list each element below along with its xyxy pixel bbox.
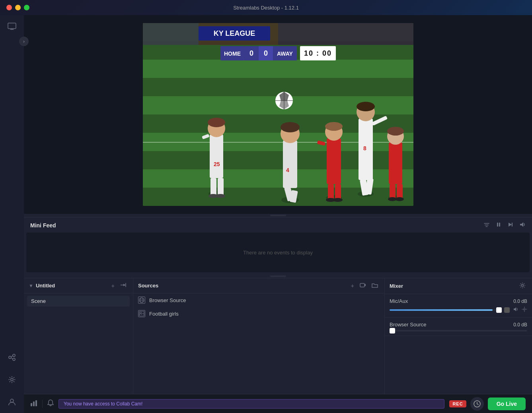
svg-rect-85 — [499, 223, 500, 227]
svg-point-63 — [387, 127, 404, 136]
svg-rect-20 — [143, 23, 199, 45]
svg-point-101 — [524, 308, 525, 310]
svg-point-1 — [9, 356, 11, 359]
svg-marker-86 — [509, 223, 512, 227]
titlebar: Streamlabs Desktop - 1.12.1 — [0, 0, 532, 15]
svg-rect-103 — [33, 401, 35, 406]
svg-marker-88 — [520, 222, 523, 227]
scenes-transition-button[interactable] — [119, 281, 128, 290]
statusbar-clock-button[interactable] — [470, 397, 484, 411]
mixer-micaux-config-button[interactable] — [522, 306, 527, 313]
sidebar-expand-button[interactable]: › — [19, 37, 29, 46]
svg-rect-84 — [497, 223, 498, 227]
preview-resize-handle[interactable] — [24, 214, 532, 217]
scenes-add-button[interactable]: + — [110, 282, 116, 290]
mixer-micaux-db: 0.0 dB — [513, 299, 527, 304]
svg-rect-32 — [210, 178, 216, 196]
svg-rect-27 — [210, 134, 223, 178]
svg-text:KY LEAGUE: KY LEAGUE — [213, 29, 255, 37]
sources-folder-button[interactable] — [370, 281, 380, 290]
mixer-micaux-label: Mic/Aux — [390, 298, 408, 304]
bottom-resize-handle[interactable] — [24, 275, 532, 278]
mini-feed-next-button[interactable] — [507, 221, 514, 229]
mixer-panel: Mixer Mic/Aux 0.0 dB — [385, 278, 532, 394]
window-controls[interactable] — [6, 5, 29, 10]
mixer-settings-button[interactable] — [518, 281, 527, 291]
mixer-micaux-fill — [390, 309, 493, 311]
mini-feed-title: Mini Feed — [30, 222, 56, 229]
sidebar: › — [0, 15, 24, 413]
svg-rect-18 — [143, 188, 413, 206]
go-live-button[interactable]: Go Live — [488, 397, 526, 410]
svg-rect-33 — [218, 178, 224, 196]
mini-feed-filter-button[interactable] — [483, 221, 490, 229]
mixer-micaux-controls — [504, 306, 527, 313]
sources-title: Sources — [138, 283, 347, 289]
svg-rect-48 — [328, 184, 334, 200]
sources-panel: Sources + — [133, 278, 385, 394]
mixer-micaux-settings-button[interactable] — [504, 307, 510, 313]
svg-line-5 — [11, 358, 13, 359]
sidebar-icon-profile[interactable] — [5, 395, 19, 409]
mixer-browser-thumb[interactable] — [390, 328, 395, 334]
sources-header: Sources + — [133, 278, 384, 293]
mixer-browser-slider[interactable] — [390, 330, 527, 332]
sidebar-icon-settings[interactable] — [5, 372, 19, 387]
svg-rect-12 — [143, 78, 413, 96]
svg-point-98 — [140, 312, 142, 314]
mini-feed-volume-button[interactable] — [519, 221, 526, 229]
svg-rect-11 — [143, 60, 413, 78]
sidebar-icon-integrations[interactable] — [5, 350, 19, 365]
video-preview: KY LEAGUE 25 — [143, 23, 413, 206]
mixer-browser-db: 0.0 dB — [513, 322, 527, 328]
mixer-micaux-mute-button[interactable] — [513, 306, 518, 313]
svg-rect-61 — [389, 142, 402, 184]
scenes-collapse-icon[interactable]: ▼ — [29, 283, 33, 289]
mixer-header: Mixer — [385, 278, 532, 294]
svg-text:HOME: HOME — [224, 50, 241, 57]
svg-rect-87 — [512, 223, 513, 227]
minimize-button[interactable] — [15, 5, 21, 10]
mixer-micaux-slider[interactable] — [390, 309, 502, 311]
mini-feed-controls — [483, 221, 526, 229]
svg-text:25: 25 — [214, 161, 220, 167]
statusbar-right: REC Go Live — [449, 397, 526, 411]
svg-point-29 — [208, 118, 225, 127]
mixer-browser-slider-row — [390, 330, 527, 332]
mixer-micaux-slider-row — [390, 306, 527, 313]
svg-rect-0 — [8, 23, 16, 29]
browser-source-label: Browser Source — [149, 297, 186, 303]
sidebar-icon-stream[interactable] — [5, 19, 19, 33]
statusbar-bell-button[interactable] — [47, 399, 54, 408]
scene-item[interactable]: Scene — [27, 296, 130, 306]
svg-point-2 — [13, 354, 15, 357]
close-button[interactable] — [6, 5, 12, 10]
sources-add-button[interactable]: + — [349, 282, 356, 290]
svg-rect-44 — [327, 138, 341, 184]
svg-text:0: 0 — [263, 49, 267, 57]
mixer-browser-label: Browser Source — [390, 322, 426, 328]
preview-canvas: KY LEAGUE 25 — [143, 23, 413, 206]
svg-point-55 — [357, 102, 375, 111]
svg-rect-64 — [390, 184, 396, 199]
maximize-button[interactable] — [24, 5, 29, 10]
svg-point-51 — [333, 198, 343, 202]
mixer-micaux-thumb[interactable] — [496, 307, 502, 313]
svg-point-7 — [10, 399, 14, 402]
source-item-browser-source[interactable]: Browser Source — [133, 293, 384, 307]
statusbar-separator — [42, 400, 43, 408]
svg-text:10 : 00: 10 : 00 — [304, 49, 331, 57]
source-item-football-girls[interactable]: Football girls — [133, 307, 384, 320]
svg-rect-92 — [360, 283, 364, 287]
sources-camera-button[interactable] — [358, 281, 368, 290]
svg-point-39 — [281, 122, 300, 132]
scenes-header: ▼ Untitled + — [24, 278, 133, 293]
mini-feed-content: There are no events to display — [26, 233, 530, 272]
mini-feed-section: Mini Feed — [24, 217, 532, 275]
app-title: Streamlabs Desktop - 1.12.1 — [233, 5, 299, 11]
rec-badge: REC — [449, 400, 466, 407]
statusbar-stats-button[interactable] — [30, 400, 37, 408]
svg-rect-102 — [31, 403, 32, 406]
mini-feed-pause-button[interactable] — [495, 221, 502, 229]
preview-area: KY LEAGUE 25 — [24, 15, 532, 214]
